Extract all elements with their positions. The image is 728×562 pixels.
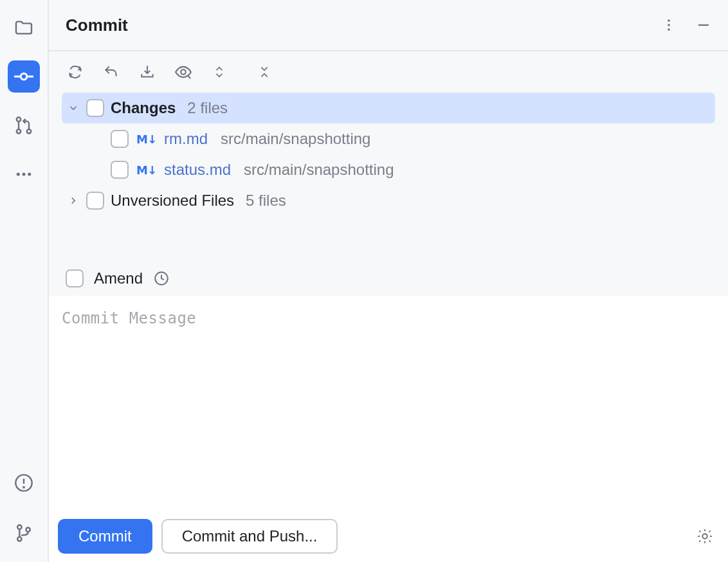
unversioned-group-row[interactable]: Unversioned Files 5 files xyxy=(62,185,715,216)
collapse-all-button[interactable] xyxy=(255,62,274,82)
undo-icon xyxy=(103,64,120,80)
svg-point-8 xyxy=(28,173,31,176)
amend-checkbox[interactable] xyxy=(66,269,84,287)
refresh-icon xyxy=(67,64,84,80)
file-checkbox[interactable] xyxy=(111,161,129,179)
file-path: src/main/snapshotting xyxy=(244,161,394,179)
warning-circle-icon xyxy=(14,473,34,493)
collapse-icon xyxy=(257,64,271,80)
changes-group-row[interactable]: Changes 2 files xyxy=(62,93,715,123)
commit-toolbar xyxy=(49,51,728,93)
panel-title: Commit xyxy=(66,15,661,35)
git-tool-button[interactable] xyxy=(8,517,40,549)
more-horizontal-icon xyxy=(14,165,33,184)
unversioned-label: Unversioned Files xyxy=(111,192,234,210)
file-row[interactable]: M↓ rm.md src/main/snapshotting xyxy=(62,123,715,154)
amend-bar: Amend xyxy=(49,261,728,296)
svg-point-16 xyxy=(668,24,670,26)
pull-requests-tool-button[interactable] xyxy=(8,109,40,141)
eye-icon xyxy=(174,62,193,82)
diff-preview-button[interactable] xyxy=(174,62,193,82)
expand-toggle[interactable] xyxy=(67,102,80,114)
svg-point-13 xyxy=(17,537,21,541)
commit-panel: Commit xyxy=(49,0,728,562)
project-tool-button[interactable] xyxy=(8,12,40,44)
settings-button[interactable] xyxy=(696,527,714,545)
commit-message-input[interactable] xyxy=(49,296,728,511)
options-button[interactable] xyxy=(661,17,677,33)
svg-point-4 xyxy=(27,129,31,133)
more-tool-button[interactable] xyxy=(8,158,40,190)
history-button[interactable] xyxy=(153,270,170,287)
commit-message-area xyxy=(49,296,728,511)
problems-tool-button[interactable] xyxy=(8,467,40,499)
pull-request-icon xyxy=(14,115,34,136)
markdown-icon: M↓ xyxy=(136,132,156,146)
svg-point-6 xyxy=(17,173,20,176)
changes-checkbox[interactable] xyxy=(86,99,104,117)
changes-label: Changes xyxy=(111,99,176,117)
chevron-down-icon xyxy=(68,102,79,114)
branch-icon xyxy=(14,523,34,543)
file-name: status.md xyxy=(164,161,231,179)
svg-point-7 xyxy=(23,173,26,176)
svg-point-3 xyxy=(17,117,21,121)
minimize-icon xyxy=(696,17,711,33)
file-row[interactable]: M↓ status.md src/main/snapshotting xyxy=(62,154,715,185)
expand-all-button[interactable] xyxy=(210,62,229,82)
file-checkbox[interactable] xyxy=(111,130,129,148)
markdown-icon: M↓ xyxy=(136,163,156,177)
panel-header: Commit xyxy=(49,0,728,51)
expand-toggle[interactable] xyxy=(67,194,80,207)
folder-icon xyxy=(14,17,34,38)
changes-tree: Changes 2 files M↓ rm.md src/main/snapsh… xyxy=(49,93,728,216)
svg-point-17 xyxy=(668,28,670,31)
commit-node-icon xyxy=(12,65,35,88)
svg-point-14 xyxy=(26,527,30,531)
changes-count: 2 files xyxy=(187,99,228,117)
hide-panel-button[interactable] xyxy=(696,17,711,33)
commit-and-push-button[interactable]: Commit and Push... xyxy=(161,519,338,554)
commit-footer: Commit Commit and Push... xyxy=(49,511,728,562)
clock-icon xyxy=(153,270,170,287)
svg-point-5 xyxy=(17,129,21,133)
commit-tool-button[interactable] xyxy=(8,60,40,93)
unversioned-count: 5 files xyxy=(246,192,286,210)
tool-rail xyxy=(0,0,49,562)
file-name: rm.md xyxy=(164,130,208,148)
rollback-button[interactable] xyxy=(102,62,121,82)
gear-icon xyxy=(696,527,714,545)
svg-point-12 xyxy=(17,525,21,529)
unversioned-checkbox[interactable] xyxy=(86,192,104,210)
shelve-button[interactable] xyxy=(138,62,157,82)
svg-point-21 xyxy=(702,534,707,538)
svg-point-11 xyxy=(23,487,24,488)
refresh-button[interactable] xyxy=(66,62,85,82)
more-vertical-icon xyxy=(661,17,677,33)
shelf-icon xyxy=(139,64,156,80)
amend-label: Amend xyxy=(94,269,143,287)
chevron-right-icon xyxy=(68,195,79,206)
file-path: src/main/snapshotting xyxy=(221,130,370,148)
svg-point-0 xyxy=(21,73,27,80)
expand-icon xyxy=(212,64,226,80)
commit-button[interactable]: Commit xyxy=(58,519,152,554)
svg-point-15 xyxy=(668,19,670,22)
svg-point-19 xyxy=(181,69,186,75)
